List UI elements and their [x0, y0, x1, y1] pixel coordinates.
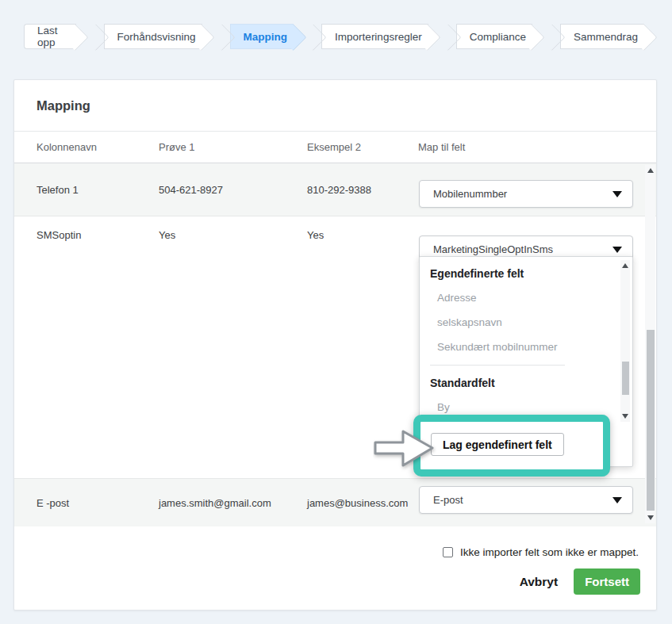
cell-sample2: Yes [307, 216, 418, 241]
cell-sample2: james@business.com [307, 497, 418, 509]
dropdown-option-adresse[interactable]: Adresse [430, 285, 613, 310]
scroll-down-icon[interactable] [622, 414, 628, 419]
panel-title: Mapping [36, 98, 90, 113]
mapping-table-body: Telefon 1 504-621-8927 810-292-9388 Mobi… [14, 163, 656, 526]
cursor-arrow-icon [373, 426, 436, 472]
import-wizard-screen: Last opp Forhåndsvisning Mapping Importe… [0, 0, 672, 624]
table-header-row: Kolonnenavn Prøve 1 Eksempel 2 Map til f… [14, 132, 656, 163]
cell-column-name: SMSoptin [14, 216, 159, 241]
dropdown-group-header-standard: Standardfelt [430, 370, 613, 395]
dropdown-scrollbar[interactable] [620, 260, 630, 422]
cell-sample2: 810-292-9388 [307, 184, 418, 196]
create-custom-field-button[interactable]: Lag egendefinert felt [431, 433, 564, 456]
panel-footer: Ikke importer felt som ikke er mappet. A… [14, 526, 656, 610]
column-header-map-til-felt: Map til felt [418, 141, 656, 153]
cancel-button[interactable]: Avbryt [520, 575, 559, 589]
continue-button[interactable]: Fortsett [574, 568, 640, 595]
skip-unmapped-label: Ikke importer felt som ikke er mappet. [460, 546, 639, 558]
dropdown-group-header-custom: Egendefinerte felt [430, 261, 613, 285]
cell-sample1: james.smith@gmail.com [159, 497, 307, 509]
scrollbar-thumb[interactable] [647, 330, 655, 511]
table-scrollbar[interactable] [645, 165, 655, 523]
cell-sample1: 504-621-8927 [159, 184, 307, 196]
caret-down-icon [612, 247, 622, 253]
step-mapping-active[interactable]: Mapping [230, 24, 294, 49]
mapping-panel: Mapping Kolonnenavn Prøve 1 Eksempel 2 M… [13, 79, 657, 611]
table-row-telefon: Telefon 1 504-621-8927 810-292-9388 Mobi… [14, 163, 656, 216]
skip-unmapped-checkbox[interactable] [443, 547, 453, 557]
cell-sample1: Yes [159, 216, 307, 241]
scrollbar-thumb[interactable] [622, 362, 629, 395]
step-sammendrag[interactable]: Sammendrag [560, 24, 644, 49]
step-forhandsvisning[interactable]: Forhåndsvisning [104, 24, 202, 49]
dropdown-option-selskapsnavn[interactable]: selskapsnavn [430, 310, 613, 335]
map-field-select-telefon[interactable]: Mobilenummber [419, 180, 633, 208]
caret-down-icon [612, 191, 622, 197]
panel-title-row: Mapping [14, 80, 656, 132]
dropdown-divider [430, 365, 565, 366]
column-header-prove1: Prøve 1 [159, 141, 307, 153]
scroll-down-icon[interactable] [647, 515, 654, 520]
step-last-opp[interactable]: Last opp [24, 24, 76, 49]
table-row-epost: E -post james.smith@gmail.com james@busi… [14, 479, 656, 526]
step-compliance[interactable]: Compliance [456, 24, 532, 49]
column-header-kolonnenavn: Kolonnenavn [14, 141, 159, 153]
map-field-select-epost[interactable]: E-post [419, 486, 633, 514]
column-header-eksempel2: Eksempel 2 [307, 141, 418, 153]
cell-column-name: Telefon 1 [14, 184, 159, 196]
scroll-up-icon[interactable] [622, 263, 628, 268]
step-importeringsregler[interactable]: Importeringsregler [321, 24, 428, 49]
highlight-box: Lag egendefinert felt [413, 415, 610, 477]
dropdown-option-sekundaert-mobilnummer[interactable]: Sekundært mobilnummer [430, 335, 613, 359]
cell-column-name: E -post [14, 497, 159, 509]
scroll-up-icon[interactable] [647, 168, 654, 173]
wizard-stepper: Last opp Forhåndsvisning Mapping Importe… [24, 24, 672, 49]
caret-down-icon [612, 497, 622, 503]
